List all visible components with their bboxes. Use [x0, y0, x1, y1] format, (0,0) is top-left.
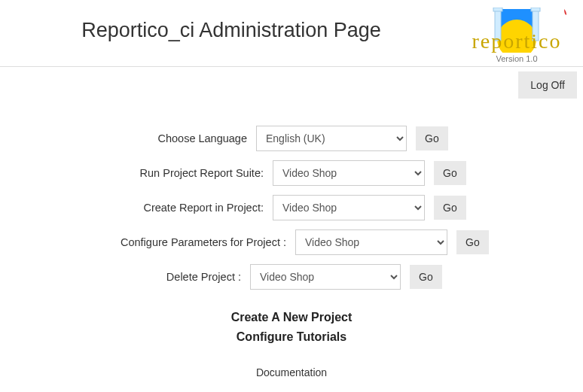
delete-select[interactable]: Video Shop — [250, 264, 401, 290]
delete-row: Delete Project : Video Shop Go — [30, 264, 553, 290]
topbar: Log Off — [0, 67, 583, 103]
language-row: Choose Language English (UK) Go — [30, 126, 553, 151]
version-label: Version 1.0 — [496, 54, 537, 63]
run-select[interactable]: Video Shop — [273, 160, 425, 186]
reportico-logo: reportico — [460, 8, 573, 53]
links-block: Create A New Project Configure Tutorials… — [30, 311, 553, 378]
create-label: Create Report in Project: — [30, 202, 264, 214]
logoff-button[interactable]: Log Off — [518, 71, 577, 99]
run-label: Run Project Report Suite: — [30, 167, 264, 179]
run-row: Run Project Report Suite: Video Shop Go — [30, 160, 553, 186]
configure-row: Configure Parameters for Project : Video… — [30, 229, 553, 255]
page-title: Reportico_ci Administration Page — [6, 18, 456, 42]
language-select[interactable]: English (UK) — [256, 126, 407, 151]
create-new-project-link[interactable]: Create A New Project — [30, 311, 553, 324]
create-go-button[interactable]: Go — [434, 196, 466, 220]
configure-select[interactable]: Video Shop — [295, 229, 447, 255]
svg-rect-4 — [493, 8, 502, 11]
delete-label: Delete Project : — [30, 271, 241, 283]
configure-tutorials-link[interactable]: Configure Tutorials — [30, 330, 553, 344]
create-row: Create Report in Project: Video Shop Go — [30, 195, 553, 220]
language-label: Choose Language — [30, 132, 247, 144]
svg-rect-5 — [531, 8, 540, 11]
svg-text:reportico: reportico — [472, 29, 561, 53]
configure-label: Configure Parameters for Project : — [30, 236, 286, 248]
create-select[interactable]: Video Shop — [273, 195, 425, 220]
title-wrap: Reportico_ci Administration Page — [6, 8, 456, 42]
documentation-link[interactable]: Documentation — [30, 366, 553, 378]
run-go-button[interactable]: Go — [434, 161, 466, 185]
configure-go-button[interactable]: Go — [456, 230, 489, 254]
header: Reportico_ci Administration Page reporti… — [0, 0, 583, 67]
delete-go-button[interactable]: Go — [410, 265, 442, 289]
content: Choose Language English (UK) Go Run Proj… — [0, 103, 583, 378]
logo-block: reportico Version 1.0 — [456, 8, 577, 63]
language-go-button[interactable]: Go — [416, 126, 448, 150]
